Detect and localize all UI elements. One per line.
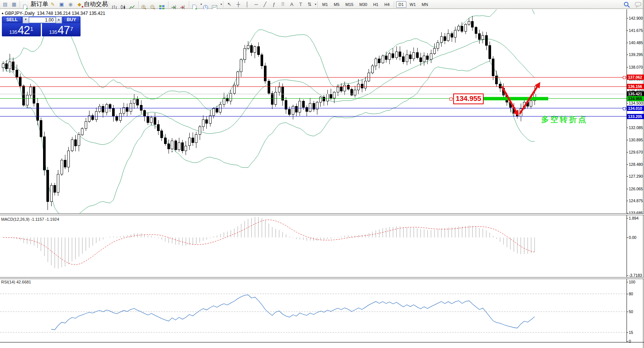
sell-button[interactable]: SELL xyxy=(3,17,22,23)
timeframe-M30[interactable]: M30 xyxy=(357,1,370,8)
price-tick: 126.065 xyxy=(629,187,643,191)
pane-splitter-rsi[interactable] xyxy=(0,277,644,279)
dropdown-caret-icon[interactable]: ▾ xyxy=(220,3,222,6)
line-handle[interactable] xyxy=(623,76,626,79)
arrows-button[interactable]: ⇅ xyxy=(305,0,314,9)
candlestick-chart-type-button[interactable] xyxy=(120,0,128,9)
timeframe-W1[interactable]: W1 xyxy=(407,1,419,8)
price-tick: 127.290 xyxy=(629,174,643,178)
line-handle[interactable] xyxy=(623,107,626,110)
sell-price[interactable]: 135421 xyxy=(2,23,41,36)
turning-point-annotation[interactable]: 多空转折点 xyxy=(541,114,588,125)
horizontal-line-icon: ─ xyxy=(254,2,258,7)
templates-button[interactable] xyxy=(211,0,219,9)
buy-button[interactable]: BUY xyxy=(63,17,80,23)
price-tag: 134.955 xyxy=(627,96,644,101)
zoom-in-button[interactable] xyxy=(141,0,149,9)
timeframe-M15[interactable]: M15 xyxy=(343,1,356,8)
buy-price[interactable]: 135477 xyxy=(42,23,81,36)
mt4-window: ▤▦新订单✎▣◉◆●自动交易▾▾↖┼│─╱ƒ⠿AT⇅▾M1M5M15M30H1H… xyxy=(0,0,644,348)
rsi-tick: 0 xyxy=(629,339,631,344)
fibonacci-icon: ƒ xyxy=(272,2,275,7)
macd-tick: 0.00 xyxy=(629,235,636,240)
auto-trading-badge: ● xyxy=(82,5,84,9)
volume-up-button[interactable]: ▲ xyxy=(56,17,62,23)
price-tag: 133.205 xyxy=(627,114,644,119)
signals-button[interactable]: ◉ xyxy=(66,0,75,9)
toolbar-separator xyxy=(20,1,20,8)
indicators-button[interactable] xyxy=(191,0,199,9)
price-tick: 140.485 xyxy=(629,40,643,45)
toolbar-separator xyxy=(168,1,169,8)
chart-shift-button[interactable] xyxy=(179,0,187,9)
text-button[interactable]: A xyxy=(288,0,296,9)
timeframe-H4[interactable]: H4 xyxy=(382,1,392,8)
chart-window[interactable]: ▲GBPJPY-,Daily 134.748 136.214 134.347 1… xyxy=(0,9,644,348)
volume-down-button[interactable]: ▼ xyxy=(23,17,29,23)
price-tag: 134.010 xyxy=(627,106,644,111)
timeframe-M1[interactable]: M1 xyxy=(320,1,330,8)
metaeditor-button[interactable]: ✎ xyxy=(49,0,57,9)
rsi-tick: 15 xyxy=(629,330,633,335)
new-order-button[interactable] xyxy=(22,0,30,9)
rsi-label: RSI(14) 42.6681 xyxy=(1,280,31,284)
volume-input[interactable] xyxy=(29,17,56,23)
rsi-canvas[interactable] xyxy=(0,279,627,342)
vertical-line-icon: │ xyxy=(246,2,249,7)
dropdown-caret-icon[interactable]: ▾ xyxy=(200,3,202,6)
price-tag: 137.062 xyxy=(627,75,644,80)
cursor-button[interactable]: ↖ xyxy=(225,0,233,9)
auto-trading-button[interactable]: ◆● xyxy=(75,0,84,9)
axis-line xyxy=(627,9,627,342)
crosshair-button[interactable]: ┼ xyxy=(234,0,242,9)
macd-canvas[interactable] xyxy=(0,216,627,278)
periods-button[interactable] xyxy=(202,0,210,9)
price-tick: 139.295 xyxy=(629,52,643,57)
price-tick: 141.675 xyxy=(629,28,643,33)
fibonacci-button[interactable]: ƒ xyxy=(270,0,278,9)
charts-list-button[interactable]: ▤ xyxy=(1,0,9,9)
zoom-out-button[interactable] xyxy=(150,0,158,9)
auto-scroll-button[interactable] xyxy=(170,0,179,9)
text-icon: A xyxy=(290,2,294,7)
rsi-tick: 100 xyxy=(629,280,635,284)
chat-icon[interactable] xyxy=(634,1,642,9)
collapse-icon[interactable]: ▲ xyxy=(1,12,4,15)
main-toolbar: ▤▦新订单✎▣◉◆●自动交易▾▾↖┼│─╱ƒ⠿AT⇅▾M1M5M15M30H1H… xyxy=(0,0,644,9)
toolbar-separator xyxy=(138,1,139,8)
fibo-grid-button[interactable]: ⠿ xyxy=(279,0,287,9)
timeframe-MN[interactable]: MN xyxy=(419,1,431,8)
terminal-button[interactable]: ▣ xyxy=(58,0,66,9)
text-label-button[interactable]: T xyxy=(297,0,305,9)
metaeditor-icon: ✎ xyxy=(51,2,55,7)
macd-tick: 1.894 xyxy=(629,216,638,220)
support-price-label[interactable]: 134.955 xyxy=(453,93,484,104)
search-icon[interactable] xyxy=(623,1,631,9)
rsi-tick: 50 xyxy=(629,309,633,314)
horizontal-line-button[interactable]: ─ xyxy=(252,0,260,9)
price-tick: 132.085 xyxy=(629,125,643,130)
dropdown-caret-icon[interactable]: ▾ xyxy=(315,3,316,6)
pane-splitter-macd[interactable] xyxy=(0,213,644,215)
time-axis-line xyxy=(0,342,644,342)
line-chart-type-button[interactable] xyxy=(129,0,137,9)
timeframe-M5[interactable]: M5 xyxy=(331,1,342,8)
macd-label: MACD(12,26,9) -1.1157 -1.1924 xyxy=(1,217,59,221)
support-bar xyxy=(483,97,548,100)
chart-title: GBPJPY-,Daily xyxy=(5,11,35,16)
crosshair-icon: ┼ xyxy=(236,2,240,7)
chart-preview-button[interactable]: ▦ xyxy=(10,0,18,9)
timeframe-D1[interactable]: D1 xyxy=(396,1,406,8)
tile-windows-button[interactable] xyxy=(158,0,167,9)
price-tick: 142.900 xyxy=(629,16,643,20)
bar-chart-type-button[interactable] xyxy=(111,0,119,9)
timeframe-H1[interactable]: H1 xyxy=(370,1,381,8)
line-handle[interactable] xyxy=(450,98,452,101)
signals-icon: ◉ xyxy=(68,2,72,7)
price-tick: 134.500 xyxy=(629,101,643,105)
price-tick: 124.875 xyxy=(629,198,643,203)
trendline-button[interactable]: ╱ xyxy=(261,0,269,9)
trendline-icon: ╱ xyxy=(264,2,267,7)
main-chart-canvas[interactable]: * xyxy=(0,9,627,214)
vertical-line-button[interactable]: │ xyxy=(243,0,251,9)
